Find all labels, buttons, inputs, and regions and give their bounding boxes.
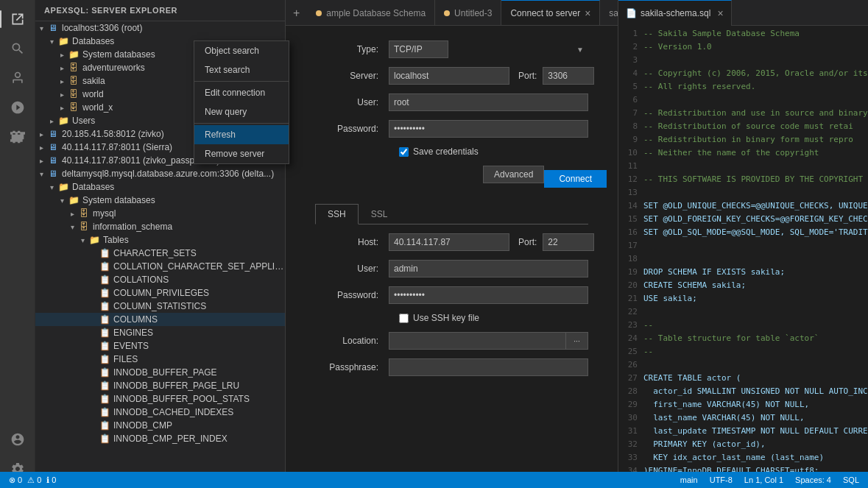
server-label: Server: <box>315 71 389 81</box>
tree-item-t5[interactable]: 📋 COLUMN_STATISTICS <box>35 300 285 313</box>
line-code: -- <box>643 320 865 330</box>
tree-icon: 🖥 <box>47 142 59 152</box>
context-menu-item-remove-server[interactable]: Remove server <box>194 144 289 163</box>
location-input[interactable] <box>389 332 566 350</box>
tree-chevron: ▸ <box>35 144 47 152</box>
tree-item-t6[interactable]: 📋 COLUMNS <box>35 313 285 326</box>
tree-item-t1[interactable]: 📋 CHARACTER_SETS <box>35 247 285 260</box>
source-control-icon[interactable] <box>4 65 31 91</box>
debug-icon[interactable] <box>4 94 31 121</box>
tab-untitled[interactable]: Untitled-3 <box>435 0 501 26</box>
tree-chevron: ▾ <box>66 223 78 231</box>
ssh-key-checkbox[interactable] <box>399 314 409 323</box>
status-spaces[interactable]: Spaces: 4 <box>792 475 834 484</box>
user-input[interactable] <box>389 93 588 111</box>
tab-connect-server[interactable]: Connect to server× <box>501 0 600 26</box>
status-lang[interactable]: SQL <box>840 475 862 484</box>
ssh-port-input[interactable] <box>543 233 594 251</box>
line-number: 10 <box>621 148 643 158</box>
tree-label: COLLATIONS <box>113 275 285 285</box>
ssh-password-input[interactable] <box>389 286 588 304</box>
tree-item-sys-db2[interactable]: ▾ 📁 System databases <box>35 194 285 207</box>
save-credentials-row: Save credentials <box>315 146 588 157</box>
tree-chevron: ▸ <box>35 130 47 138</box>
tab-container: ample Database SchemaUntitled-3Connect t… <box>307 0 618 25</box>
line-number: 27 <box>621 373 643 383</box>
browse-button[interactable]: ··· <box>566 332 588 350</box>
status-errors[interactable]: ⊗ 0 ⚠ 0 ℹ 0 <box>6 475 59 485</box>
context-menu-item-object-search[interactable]: Object search <box>194 41 289 60</box>
tree-item-t2[interactable]: 📋 COLLATION_CHARACTER_SET_APPLICABILITY <box>35 260 285 273</box>
tree-icon: 📋 <box>99 261 110 272</box>
tree-item-t8[interactable]: 📋 EVENTS <box>35 339 285 353</box>
line-code: first_name VARCHAR(45) NOT NULL, <box>643 400 865 409</box>
tab-sample-db[interactable]: ample Database Schema <box>307 0 435 26</box>
line-code: -- All rights reserved. <box>643 82 865 91</box>
status-branch[interactable]: main <box>677 475 701 484</box>
account-icon[interactable] <box>4 426 31 453</box>
tree-icon: 📋 <box>99 394 110 404</box>
ssh-tab[interactable]: SSH <box>315 204 359 224</box>
password-input[interactable] <box>389 120 588 138</box>
code-tab-sakila-schema[interactable]: 📄 sakila-schema.sql × <box>618 0 732 26</box>
tree-item-t15[interactable]: 📋 INNODB_CMP_PER_INDEX <box>35 432 285 445</box>
tree-label: information_schema <box>93 222 285 232</box>
password-label: Password: <box>315 124 389 134</box>
context-menu-item-new-query[interactable]: New query <box>194 102 289 121</box>
tree-item-t4[interactable]: 📋 COLUMN_PRIVILEGES <box>35 286 285 300</box>
tree-item-t14[interactable]: 📋 INNODB_CMP <box>35 419 285 432</box>
code-line: 28 actor_id SMALLINT UNSIGNED NOT NULL A… <box>618 386 868 400</box>
context-menu-item-text-search[interactable]: Text search <box>194 60 289 79</box>
tree-item-db2[interactable]: ▾ 📁 Databases <box>35 180 285 194</box>
line-code: -- Neither the name of the copyright <box>643 148 865 158</box>
extensions-icon[interactable] <box>4 124 31 150</box>
code-line: 15 SET @OLD_FOREIGN_KEY_CHECKS=@@FOREIGN… <box>618 214 868 227</box>
new-tab-button[interactable]: + <box>286 0 307 26</box>
tree-item-localhost[interactable]: ▾ 🖥 localhost:3306 (root) <box>35 21 285 35</box>
tree-item-mysql[interactable]: ▸ 🗄 mysql <box>35 207 285 220</box>
code-tab-close[interactable]: × <box>717 7 723 19</box>
line-code: SET @OLD_SQL_MODE=@@SQL_MODE, SQL_MODE='… <box>643 227 868 237</box>
port-input[interactable] <box>543 67 594 85</box>
save-credentials-checkbox[interactable] <box>399 147 409 157</box>
search-activity-icon[interactable] <box>4 35 31 62</box>
tree-item-tables-folder[interactable]: ▾ 📁 Tables <box>35 233 285 247</box>
tab-close-button[interactable]: × <box>585 8 590 18</box>
sidebar-header: APEXSQL: SERVER EXPLORER <box>35 0 285 21</box>
context-menu-item-refresh[interactable]: Refresh <box>194 125 289 144</box>
line-number: 33 <box>621 453 643 462</box>
status-encoding[interactable]: UTF-8 <box>707 475 735 484</box>
code-line: 7 -- Redistribution and use in source an… <box>618 108 868 121</box>
tree-item-t11[interactable]: 📋 INNODB_BUFFER_PAGE_LRU <box>35 379 285 392</box>
advanced-button[interactable]: Advanced <box>483 166 544 183</box>
type-select[interactable]: TCP/IP Socket Named Pipe <box>389 40 448 58</box>
ssh-host-row: Host: Port: <box>315 233 588 251</box>
tree-item-t13[interactable]: 📋 INNODB_CACHED_INDEXES <box>35 406 285 419</box>
passphrase-input[interactable] <box>389 358 588 376</box>
line-number: 32 <box>621 439 643 449</box>
ssl-tab[interactable]: SSL <box>359 204 401 224</box>
line-number: 29 <box>621 400 643 409</box>
server-input[interactable] <box>389 67 509 85</box>
tab-label: sakila-data.sql <box>609 8 618 18</box>
tree-item-t7[interactable]: 📋 ENGINES <box>35 326 285 339</box>
tree-item-server5[interactable]: ▾ 🖥 deltamysql8.mysql.database.azure.com… <box>35 167 285 180</box>
tree-item-info-schema[interactable]: ▾ 🗄 information_schema <box>35 220 285 233</box>
status-line-col[interactable]: Ln 1, Col 1 <box>741 475 786 484</box>
tab-sakila-data[interactable]: sakila-data.sql <box>600 0 618 26</box>
tree-chevron: ▾ <box>77 236 88 244</box>
tree-item-t3[interactable]: 📋 COLLATIONS <box>35 273 285 286</box>
ssh-user-input[interactable] <box>389 260 588 277</box>
connect-button[interactable]: Connect <box>544 170 607 188</box>
line-number: 26 <box>621 360 643 369</box>
ssh-port-label: Port: <box>518 237 537 247</box>
tree-item-t9[interactable]: 📋 FILES <box>35 353 285 366</box>
ssh-host-input[interactable] <box>389 233 509 251</box>
context-menu-item-edit-connection[interactable]: Edit connection <box>194 83 289 102</box>
explorer-icon[interactable] <box>4 6 31 32</box>
code-line: 17 <box>618 241 868 254</box>
tree-icon: 📁 <box>68 49 80 60</box>
tree-item-t12[interactable]: 📋 INNODB_BUFFER_POOL_STATS <box>35 392 285 406</box>
line-number: 19 <box>621 267 643 277</box>
tree-item-t10[interactable]: 📋 INNODB_BUFFER_PAGE <box>35 366 285 379</box>
